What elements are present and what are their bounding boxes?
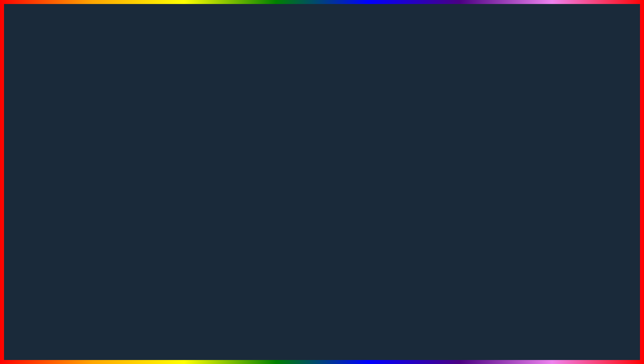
checkbox-row-3 — [583, 122, 644, 130]
title-fruits: FRUITS — [303, 7, 530, 81]
select-chip-row[interactable]: Select Chip Dough ∧ — [583, 86, 644, 99]
main-window: Annie Hub (Blox Fruit) – ✕ Select Chip D… — [577, 67, 644, 137]
main-window-title-bar: Annie Hub (Blox Fruit) – ✕ — [578, 68, 644, 82]
sidebar-label-info-hub: Info Hub — [561, 113, 577, 118]
select-chip-label: Select Chip — [588, 89, 615, 96]
sidebar-item-dungeon[interactable]: Dungeon — [551, 162, 596, 172]
checkbox-row-2 — [583, 112, 644, 120]
blox-logo-text-1: BL✦X — [551, 277, 617, 298]
sidebar-icon-teleport-island — [555, 186, 559, 190]
chest-subtitle: Chest — [600, 158, 644, 165]
script-text: SCRIPT — [258, 312, 399, 356]
sidebar-icon-info-hub — [555, 113, 559, 117]
main-window-title: Annie Hub (Blox Fruit) — [583, 71, 643, 78]
update-text: UPDATE — [48, 312, 203, 356]
sidebar-label-teleport-island: Teleport Island — [561, 185, 589, 190]
second-window-title: An... — [555, 98, 566, 104]
sidebar-item-teleport-island[interactable]: Teleport Island — [551, 182, 596, 193]
sidebar-label-combat-player: Combat Player — [561, 175, 590, 180]
title-space — [290, 7, 303, 81]
twenty-text: 20 — [209, 312, 252, 356]
title-container: BLOX FRUITS — [0, 7, 644, 81]
sidebar-item-get-item[interactable]: Get Item — [551, 141, 596, 151]
ano-info-hub: ANO Info Hub — [274, 164, 357, 178]
sidebar-item-race-v4[interactable]: Race V4 — [551, 151, 596, 162]
sidebar-item-sky[interactable]: Sky — [551, 193, 596, 205]
checkbox-row-1 — [583, 102, 644, 110]
farm-mastery-fruit-row: Farm Mastery Fruit ✓ — [600, 149, 644, 158]
bottom-text: UPDATE 20 SCRIPT PASTEBIN — [0, 312, 644, 356]
pastebin-text: PASTEBIN — [404, 312, 596, 356]
farm-mastery-fruit-title: Farm Mastery Fruit — [600, 149, 644, 158]
character-body — [110, 87, 184, 220]
tween-chest-title: Tween Chest — [600, 165, 644, 174]
sidebar-icon-combat-player — [555, 175, 559, 179]
sidebar-icon-get-item — [555, 144, 559, 148]
character-sash — [117, 120, 177, 130]
sidebar-item-combat-player[interactable]: Combat Player — [551, 172, 596, 182]
sidebar-label-sky: Sky — [564, 197, 572, 202]
sidebar-icon-dungeon — [555, 165, 559, 169]
farm-mastery-subtitle: Farm Mastery — [600, 142, 644, 149]
sidebar-icon-main-farm — [554, 123, 559, 128]
sidebar-label-dungeon: Dungeon — [561, 164, 579, 169]
sidebar-label-get-item: Get Item — [561, 144, 578, 149]
sidebar-icon-race-v4 — [555, 155, 559, 159]
main-window-content: Select Chip Dough ∧ — [578, 82, 644, 136]
sidebar-label-race-v4: Race V4 — [561, 154, 578, 159]
sidebar-avatar-sky — [555, 195, 562, 203]
sidebar-icon-setting-farm — [555, 134, 559, 138]
